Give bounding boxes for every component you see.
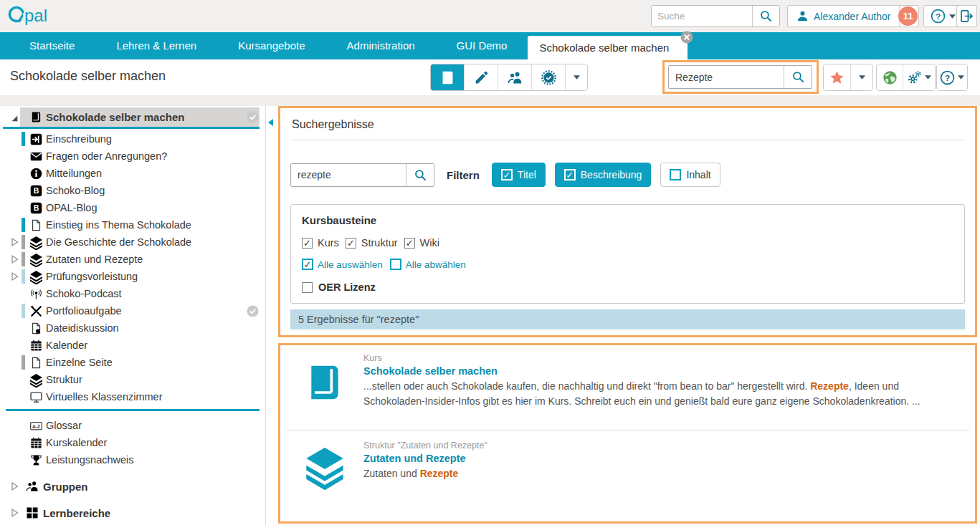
filter-checkbox[interactable]: ✓ [564,169,576,180]
settings-button[interactable] [903,64,935,90]
logout-button[interactable] [956,5,977,27]
global-search-input[interactable] [652,6,752,27]
building-blocks-box: Kursbausteine ✓Kurs✓Struktur✓Wiki ✓ Alle… [290,204,965,304]
nav-tab-2[interactable]: Kursangebote [217,32,325,59]
group-icon [508,70,523,85]
course-view-button[interactable] [431,64,465,90]
nav-tab-5[interactable]: Schokolade selber machen [528,36,688,59]
tree-item-label: Prüfungsvorleistung [46,271,138,282]
result-title-link[interactable]: Schokolade selber machen [363,365,951,377]
course-members-button[interactable] [498,64,532,90]
tree-item[interactable]: BSchoko-Blog [0,182,265,199]
caret-down-icon [958,75,964,80]
oer-license-checkbox[interactable] [302,282,313,293]
select-all-link[interactable]: Alle auswählen [318,259,383,270]
type-checkbox-kurs[interactable]: ✓ [302,238,313,249]
results-search-input[interactable] [291,164,406,186]
language-button[interactable] [877,64,903,90]
select-all-checkbox[interactable]: ✓ [302,259,313,270]
tree-section-gruppen[interactable]: Gruppen [0,478,265,495]
tree-item[interactable]: Struktur [0,371,265,388]
layers-icon [30,271,42,283]
main-nav: StartseiteLehren & LernenKursangeboteAdm… [0,32,980,59]
tree-section-lernbereiche[interactable]: Lernbereiche [0,504,265,521]
building-blocks-title: Kursbausteine [302,214,953,226]
tree-item-label: Struktur [46,374,82,385]
type-checkbox-struktur[interactable]: ✓ [346,238,356,249]
filter-checkbox[interactable]: ✓ [501,169,513,180]
tree-item[interactable]: BOPAL-Blog [0,199,265,216]
course-edit-button[interactable] [465,64,498,90]
result-item[interactable]: Kurs Schokolade selber machen ...stellen… [286,347,969,430]
notification-badge[interactable]: 11 [898,6,918,26]
search-keyword-highlight: Rezepte [420,468,459,479]
tree-item[interactable]: A-Z Glossar [0,417,265,434]
nav-tab-4[interactable]: GUI Demo [436,32,528,59]
tree-item[interactable]: Einzelne Seite [0,354,265,371]
results-search-button[interactable] [406,164,434,186]
course-toolbar-more-button[interactable] [566,64,587,90]
expander-icon[interactable] [10,508,19,518]
tree-item[interactable]: Portfolioaufgabe [0,302,265,319]
tree-item[interactable]: Prüfungsvorleistung [0,268,265,285]
tree-item[interactable]: Mitteilungen [0,165,265,182]
filter-button-inhalt[interactable]: Inhalt [660,163,720,187]
panel-collapse-icon[interactable] [268,119,273,126]
course-view-toolbar [430,64,588,91]
tree-item[interactable]: Kurskalender [0,434,265,451]
tree-item[interactable]: Zutaten und Rezepte [0,251,265,268]
filter-checkbox[interactable] [670,169,681,180]
course-search-button[interactable] [784,66,812,88]
favorite-more-button[interactable] [851,64,872,90]
deselect-all-checkbox[interactable] [390,259,401,270]
tree-item[interactable]: Einschreibung [0,130,265,148]
tree-item[interactable]: Dateidiskussion [0,319,265,337]
nav-tab-3[interactable]: Administration [326,32,436,59]
nav-tab-label: Schokolade selber machen [539,42,669,54]
favorite-button[interactable] [824,64,851,90]
tree-item-label: Kalender [46,339,87,351]
tree-item-label: Mitteilungen [46,168,102,179]
tree-item[interactable]: Virtuelles Klassenzimmer [0,388,265,405]
tree-item[interactable]: Fragen oder Anregungen? [0,148,265,165]
svg-text:A-Z: A-Z [32,423,40,428]
expander-icon[interactable] [10,271,19,281]
global-search [651,5,780,27]
tree-item[interactable]: Leistungsnachweis [0,451,265,468]
caret-down-icon [574,75,580,80]
nav-tab-0[interactable]: Startseite [9,32,95,59]
result-title-link[interactable]: Zutaten und Rezepte [363,453,487,464]
context-help-button[interactable]: ? [937,64,967,90]
tree-item[interactable]: Schoko-Podcast [0,285,265,302]
deselect-all-link[interactable]: Alle abwählen [406,259,466,270]
expander-icon[interactable] [10,237,19,247]
expanded-icon[interactable] [10,112,19,122]
expander-icon[interactable] [10,481,19,491]
layers-icon [30,254,42,266]
enroll-icon [30,133,42,145]
help-menu[interactable]: ? [923,5,961,27]
tree-item-label: Leistungsnachweis [46,454,134,466]
tree-item[interactable]: Kalender [0,337,265,354]
course-assessment-button[interactable] [532,64,566,90]
opal-logo[interactable]: pal [7,3,63,30]
global-search-button[interactable] [752,6,779,27]
filter-button-beschreibung[interactable]: ✓Beschreibung [555,163,652,187]
tree-item[interactable]: Einstieg ins Thema Schokolade [0,216,265,233]
caret-down-icon [949,14,956,19]
nav-tab-1[interactable]: Lehren & Lernen [95,32,217,59]
tree-item[interactable]: Die Geschichte der Schokolade [0,233,265,251]
filter-button-titel[interactable]: ✓Titel [492,163,546,187]
user-menu-button[interactable]: Alexander Author [788,6,899,27]
tree-item-label: Fragen oder Anregungen? [46,150,167,162]
tree-item-label: Kurskalender [46,437,107,448]
type-checkbox-wiki[interactable]: ✓ [404,238,415,249]
tab-close-button[interactable] [680,31,693,44]
tree-item-root[interactable]: Schokolade selber machen [0,107,265,127]
caret-down-icon [925,75,931,80]
expander-icon[interactable] [10,254,19,264]
user-name: Alexander Author [814,11,890,22]
course-search-input[interactable] [669,66,784,88]
monitor-icon [30,391,42,403]
result-item[interactable]: Struktur "Zutaten und Rezepte" Zutaten u… [286,430,969,491]
